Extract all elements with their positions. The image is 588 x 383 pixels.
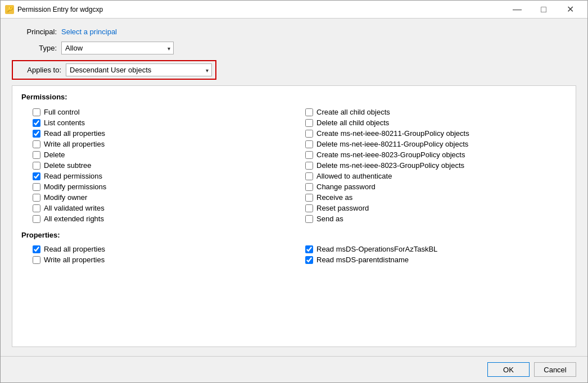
applies-to-label: Applies to:	[16, 66, 61, 74]
perm-delete-all-child-label: Delete all child objects	[316, 118, 389, 127]
perm-delete-label: Delete	[44, 151, 65, 159]
perm-read-all-props: Read all properties	[21, 128, 294, 139]
prop-read-all-checkbox[interactable]	[33, 245, 40, 253]
perm-full-control-label: Full control	[44, 108, 80, 116]
perm-create-all-child: Create all child objects	[294, 107, 567, 117]
title-bar-buttons: — □ ✕	[504, 1, 583, 19]
principal-row: Principal: Select a principal	[12, 28, 576, 36]
perm-list-contents-checkbox[interactable]	[33, 119, 40, 127]
perm-delete-ms-8023-label: Delete ms-net-ieee-8023-GroupPolicy obje…	[316, 161, 464, 170]
perm-all-extended-rights-label: All extended rights	[44, 215, 104, 223]
perm-all-validated-writes-checkbox[interactable]	[33, 204, 40, 212]
applies-to-select-wrapper: This object only This object and all des…	[66, 63, 212, 76]
perm-allowed-auth: Allowed to authenticate	[294, 171, 567, 181]
prop-read-msds-parent-label: Read msDS-parentdistname	[316, 256, 409, 264]
perm-create-ms-8023-checkbox[interactable]	[305, 151, 313, 159]
close-button[interactable]: ✕	[557, 1, 583, 19]
perm-delete-ms-80211: Delete ms-net-ieee-80211-GroupPolicy obj…	[294, 139, 567, 149]
minimize-button[interactable]: —	[504, 1, 530, 19]
perm-delete-ms-80211-label: Delete ms-net-ieee-80211-GroupPolicy obj…	[316, 140, 468, 148]
select-principal-link[interactable]: Select a principal	[61, 28, 117, 36]
prop-read-msds-ops-checkbox[interactable]	[305, 245, 313, 253]
properties-title: Properties:	[21, 231, 567, 239]
perm-delete: Delete	[21, 149, 294, 160]
window-icon: 🔑	[5, 5, 14, 14]
perm-write-all-props-checkbox[interactable]	[33, 140, 40, 148]
perm-delete-checkbox[interactable]	[33, 151, 40, 159]
perm-allowed-auth-checkbox[interactable]	[305, 172, 313, 180]
perm-delete-subtree-checkbox[interactable]	[33, 162, 40, 170]
prop-write-all: Write all properties	[21, 254, 294, 265]
dialog-footer: OK Cancel	[1, 356, 587, 382]
type-select[interactable]: Allow Deny	[61, 42, 174, 54]
perm-write-all-props-label: Write all properties	[44, 140, 105, 148]
perm-create-ms-8023-label: Create ms-net-ieee-8023-GroupPolicy obje…	[316, 151, 465, 159]
prop-read-msds-ops: Read msDS-OperationsForAzTaskBL	[294, 244, 567, 254]
perm-reset-password: Reset password	[294, 203, 567, 213]
perm-all-validated-writes-label: All validated writes	[44, 204, 105, 212]
properties-right-col: Read msDS-OperationsForAzTaskBL Read msD…	[294, 244, 567, 265]
perm-create-ms-80211-checkbox[interactable]	[305, 130, 313, 138]
perm-modify-permissions: Modify permissions	[21, 181, 294, 192]
perm-full-control: Full control	[21, 107, 294, 117]
prop-write-all-checkbox[interactable]	[33, 256, 40, 264]
prop-read-msds-parent: Read msDS-parentdistname	[294, 254, 567, 265]
perm-create-ms-80211-label: Create ms-net-ieee-80211-GroupPolicy obj…	[316, 129, 469, 138]
perm-delete-ms-8023-checkbox[interactable]	[305, 162, 313, 170]
perm-delete-ms-8023: Delete ms-net-ieee-8023-GroupPolicy obje…	[294, 160, 567, 171]
properties-left-col: Read all properties Write all properties	[21, 244, 294, 265]
perm-receive-as-checkbox[interactable]	[305, 194, 313, 202]
perm-reset-password-label: Reset password	[316, 204, 369, 212]
permissions-grid: Full control List contents Read all prop…	[21, 107, 567, 224]
perm-list-contents: List contents	[21, 117, 294, 128]
perm-modify-owner: Modify owner	[21, 192, 294, 203]
ok-button[interactable]: OK	[487, 362, 530, 377]
perm-reset-password-checkbox[interactable]	[305, 204, 313, 212]
perm-read-all-props-checkbox[interactable]	[33, 130, 40, 138]
type-select-wrapper: Allow Deny ▾	[61, 42, 174, 54]
perm-read-permissions-label: Read permissions	[44, 172, 102, 180]
perm-write-all-props: Write all properties	[21, 139, 294, 149]
perm-allowed-auth-label: Allowed to authenticate	[316, 172, 392, 180]
permissions-left-col: Full control List contents Read all prop…	[21, 107, 294, 224]
perm-send-as-checkbox[interactable]	[305, 215, 313, 223]
perm-modify-owner-checkbox[interactable]	[33, 194, 40, 202]
perm-change-password: Change password	[294, 181, 567, 192]
dialog-content: Principal: Select a principal Type: Allo…	[1, 19, 587, 356]
perm-create-all-child-checkbox[interactable]	[305, 108, 313, 116]
perm-modify-owner-label: Modify owner	[44, 193, 87, 202]
dialog-window: 🔑 Permission Entry for wdgcxp — □ ✕ Prin…	[0, 0, 588, 383]
principal-label: Principal:	[12, 28, 57, 36]
perm-read-permissions: Read permissions	[21, 171, 294, 181]
prop-read-all-label: Read all properties	[44, 245, 105, 253]
perm-all-extended-rights-checkbox[interactable]	[33, 215, 40, 223]
maximize-button[interactable]: □	[531, 1, 557, 19]
properties-grid: Read all properties Write all properties…	[21, 244, 567, 265]
perm-modify-permissions-checkbox[interactable]	[33, 183, 40, 191]
prop-read-msds-parent-checkbox[interactable]	[305, 256, 313, 264]
prop-read-all: Read all properties	[21, 244, 294, 254]
permissions-section: Permissions: Full control List contents …	[12, 85, 576, 347]
prop-write-all-label: Write all properties	[44, 256, 105, 264]
applies-to-select[interactable]: This object only This object and all des…	[66, 63, 212, 76]
perm-all-validated-writes: All validated writes	[21, 203, 294, 213]
perm-change-password-label: Change password	[316, 183, 376, 191]
permissions-right-col: Create all child objects Delete all chil…	[294, 107, 567, 224]
applies-to-row: Applies to: This object only This object…	[12, 60, 216, 80]
prop-read-msds-ops-label: Read msDS-OperationsForAzTaskBL	[316, 245, 437, 253]
perm-modify-permissions-label: Modify permissions	[44, 183, 106, 191]
perm-change-password-checkbox[interactable]	[305, 183, 313, 191]
perm-delete-subtree: Delete subtree	[21, 160, 294, 171]
perm-delete-ms-80211-checkbox[interactable]	[305, 140, 313, 148]
perm-delete-all-child: Delete all child objects	[294, 117, 567, 128]
type-row: Type: Allow Deny ▾	[12, 42, 576, 54]
perm-receive-as-label: Receive as	[316, 193, 352, 202]
perm-create-ms-80211: Create ms-net-ieee-80211-GroupPolicy obj…	[294, 128, 567, 139]
perm-full-control-checkbox[interactable]	[33, 108, 40, 116]
perm-delete-all-child-checkbox[interactable]	[305, 119, 313, 127]
perm-read-permissions-checkbox[interactable]	[33, 172, 40, 180]
perm-create-all-child-label: Create all child objects	[316, 108, 390, 116]
cancel-button[interactable]: Cancel	[534, 362, 576, 377]
perm-receive-as: Receive as	[294, 192, 567, 203]
perm-read-all-props-label: Read all properties	[44, 129, 105, 138]
